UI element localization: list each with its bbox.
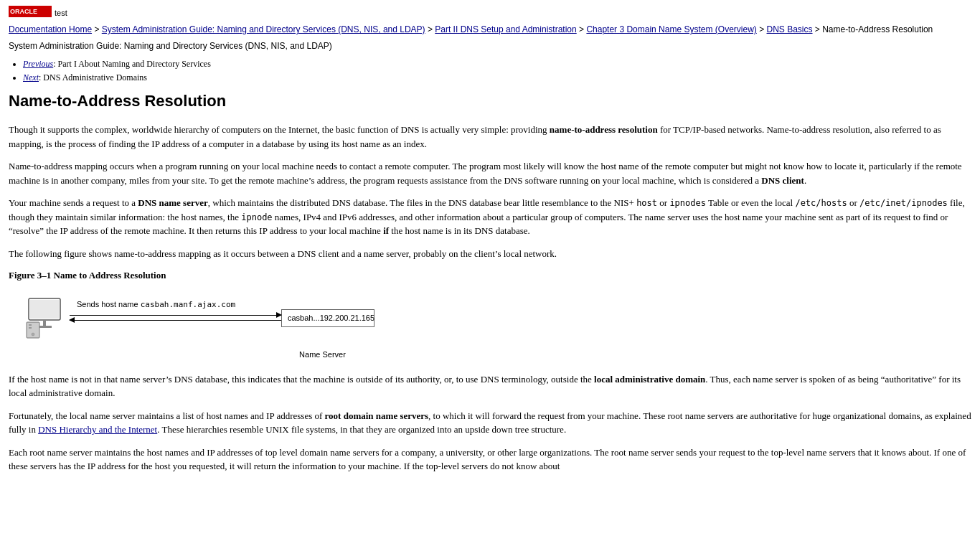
previous-link[interactable]: Previous — [23, 59, 53, 69]
svg-rect-1 — [30, 300, 59, 319]
paragraph-4: The following figure shows name-to-addre… — [9, 247, 971, 261]
previous-text: : Part I About Naming and Directory Serv… — [53, 59, 211, 69]
diagram-container: Sends host name casbah.manf.ajax.com cas… — [23, 289, 382, 360]
nav-previous: Previous: Part I About Naming and Direct… — [23, 58, 971, 70]
doc-home-link[interactable]: Documentation Home — [9, 24, 92, 34]
arrow-code: casbah.manf.ajax.com — [141, 300, 235, 309]
top-bar: test — [9, 6, 971, 21]
paragraph-3: Your machine sends a request to a DNS na… — [9, 196, 971, 238]
oracle-logo — [9, 6, 52, 17]
svg-rect-6 — [29, 327, 32, 329]
arrow-bottom-line — [70, 320, 281, 321]
paragraph-6: Fortunately, the local name server maint… — [9, 409, 971, 437]
arrow-top — [70, 315, 281, 316]
main-title: Name-to-Address Resolution — [9, 90, 971, 113]
paragraph-2: Name-to-address mapping occurs when a pr… — [9, 159, 971, 187]
breadcrumb-current: Name-to-Address Resolution — [822, 24, 933, 34]
next-text: : DNS Administrative Domains — [39, 72, 147, 83]
breadcrumb: Documentation Home > System Administrati… — [9, 24, 971, 36]
nav-next: Next: DNS Administrative Domains — [23, 72, 971, 84]
breadcrumb-link1[interactable]: System Administration Guide: Naming and … — [102, 24, 425, 34]
svg-rect-5 — [29, 324, 32, 326]
breadcrumb-sep4: > — [759, 24, 766, 34]
breadcrumb-sep5: > — [815, 24, 822, 34]
dns-hierarchy-link[interactable]: DNS Hierarchy and the Internet — [38, 424, 157, 435]
breadcrumb-sep2: > — [428, 24, 435, 34]
server-box: casbah...192.200.21.165 — [281, 309, 374, 327]
breadcrumb-sep1: > — [94, 24, 101, 34]
nav-links: Previous: Part I About Naming and Direct… — [23, 58, 971, 84]
breadcrumb-link3[interactable]: Chapter 3 Domain Name System (Overview) — [586, 24, 756, 34]
page-subtitle: System Administration Guide: Naming and … — [9, 40, 971, 52]
test-icon: test — [55, 8, 67, 19]
paragraph-7: Each root name server maintains the host… — [9, 446, 971, 474]
paragraph-1: Though it supports the complex, worldwid… — [9, 123, 971, 151]
breadcrumb-link2[interactable]: Part II DNS Setup and Administration — [435, 24, 576, 34]
breadcrumb-link4[interactable]: DNS Basics — [767, 24, 813, 34]
arrow-area: Sends host name casbah.manf.ajax.com — [70, 296, 281, 339]
arrow-bottom — [70, 320, 281, 321]
server-label: Name Server — [263, 349, 382, 360]
server-box-area: casbah...192.200.21.165 — [281, 309, 374, 327]
paragraph-5: If the host name is not in that name ser… — [9, 372, 971, 400]
figure-label: Figure 3–1 Name to Address Resolution — [9, 269, 971, 282]
arrow-top-label: Sends host name casbah.manf.ajax.com — [77, 299, 235, 310]
arrow-top-line — [70, 315, 281, 316]
breadcrumb-sep3: > — [579, 24, 586, 34]
computer-icon — [23, 295, 70, 342]
next-link[interactable]: Next — [23, 72, 39, 83]
svg-rect-2 — [43, 320, 46, 326]
oracle-homepage-link[interactable] — [9, 6, 52, 21]
diagram: Sends host name casbah.manf.ajax.com cas… — [23, 289, 374, 347]
svg-point-7 — [32, 333, 34, 336]
